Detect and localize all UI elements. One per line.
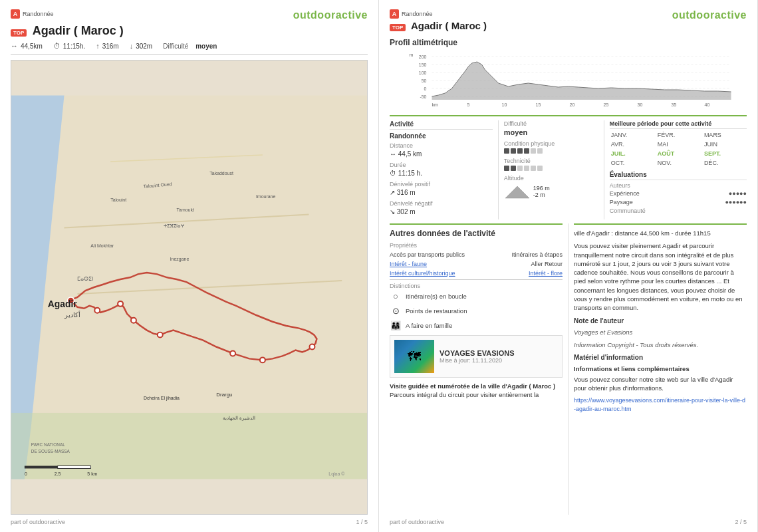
author-info: VOYAGES EVASIONS Mise à jour: 11.11.2020 xyxy=(440,349,558,364)
paysage-label: Paysage xyxy=(610,199,633,205)
duration-block: Durée ⏱ 11:15 h. xyxy=(390,162,493,177)
duration-label: Durée xyxy=(390,162,493,168)
distinctions-label: Distinctions xyxy=(390,283,563,289)
fauna-item: Intérêt - faune Aller Retour xyxy=(390,261,563,267)
top-badge-right: TOP xyxy=(390,24,406,31)
svg-text:Drargu: Drargu xyxy=(216,392,232,398)
svg-text:Agadir: Agadir xyxy=(48,299,78,309)
access-item: Accès par transports publics Itinéraires… xyxy=(390,251,563,258)
technique-label: Technicité xyxy=(504,158,598,164)
svg-text:Imourane: Imourane xyxy=(256,194,276,199)
svg-rect-29 xyxy=(58,466,91,468)
clock-icon: ⏱ xyxy=(53,42,61,50)
copyright: Information Copyright - Tous droits rése… xyxy=(574,340,747,349)
info-text: Vous pouvez consulter notre site web sur… xyxy=(574,375,747,393)
elevation-section: Profil altimétrique 200 150 100 50 0 -50… xyxy=(390,38,747,110)
svg-point-12 xyxy=(260,357,265,362)
ascent-label: Dénivelé positif xyxy=(390,181,493,188)
activity-type: Randonnée xyxy=(390,132,493,140)
author-image: 🗺 xyxy=(394,340,434,373)
descent-block: Dénivelé négatif ↘ 302 m xyxy=(390,200,493,215)
experience-row: Expérience ●●●●● xyxy=(610,190,747,197)
map-svg: Agadir أكادير Talouint Oued Takaddoust T… xyxy=(11,61,367,514)
svg-text:Talouint: Talouint xyxy=(110,198,126,202)
dist-icon: ⊙ xyxy=(390,305,402,317)
visite-text: Visite guidée et numérotée de la ville d… xyxy=(390,382,563,400)
stat-distance: ↔ 44,5km xyxy=(11,42,43,50)
distance-val: ↔ 44,5 km xyxy=(390,150,493,158)
paysage-row: Paysage ●●●●●● xyxy=(610,199,747,205)
tdot-3 xyxy=(517,166,523,171)
top-badge-left: TOP xyxy=(11,29,27,37)
access-row: Accès par transports publics Itinéraires… xyxy=(390,251,563,258)
svg-text:0: 0 xyxy=(424,86,427,91)
distance-label: Distance xyxy=(390,142,493,149)
dist-icon: 👨‍👩‍👧 xyxy=(390,319,402,331)
descent-value: 302m xyxy=(136,43,152,50)
brand-tag-label: Randonnée xyxy=(23,11,54,17)
fauna-row: Intérêt - faune Aller Retour xyxy=(390,261,563,267)
culture-row: Intérêt culturel/historique Intérêt - fl… xyxy=(390,270,563,277)
note-val: Voyages et Evasions xyxy=(574,328,747,336)
visite-text2: Parcours intégral du circuit pour visite… xyxy=(390,390,563,399)
svg-text:40: 40 xyxy=(705,102,710,107)
physical-block: Condition physique xyxy=(504,140,598,154)
distinctions-list: ○Itinéraire(s) en boucle⊙Points de resta… xyxy=(390,290,563,331)
bottom-left: Autres données de l'activité Propriétés … xyxy=(390,223,563,515)
svg-point-8 xyxy=(118,301,123,307)
experience-stars: ●●●●● xyxy=(729,190,747,197)
fauna-label: Intérêt - faune xyxy=(390,261,427,267)
svg-text:Inezgane: Inezgane xyxy=(170,257,190,262)
elevation-chart: 200 150 100 50 0 -50 m km 5 10 15 20 25 … xyxy=(390,50,747,110)
para1-text: Vous pouvez visiter pleinement Agadir et… xyxy=(574,241,747,312)
period-eval-column: Meilleure période pour cette activité JA… xyxy=(604,120,747,219)
dot-3 xyxy=(517,148,523,154)
svg-text:ⵎⴰⵙⵉⵏ: ⵎⴰⵙⵉⵏ xyxy=(77,276,93,282)
ascent-val: ↗ 316 m xyxy=(390,189,493,196)
right-text-section: ville d'Agadir : distance 44,500 km - du… xyxy=(574,223,747,413)
cal-month: NOV. xyxy=(656,159,700,167)
footer-right-1: 1 / 5 xyxy=(356,519,368,525)
dist-label: Points de restauration xyxy=(406,307,467,315)
url-text: https://www.voyagesevasions.com/itinerai… xyxy=(574,396,747,413)
dot-4 xyxy=(524,148,529,154)
steps-val: Itinéraires à étapes xyxy=(511,251,563,258)
materiel-label: Matériel d'information xyxy=(574,353,747,362)
activity-title-right: TOP Agadir ( Maroc ) xyxy=(390,20,487,31)
altitude-label: Altitude xyxy=(504,175,598,182)
altitude-values: 196 m -2 m xyxy=(533,185,550,198)
dist-label: A faire en famille xyxy=(406,322,452,329)
cal-month: AVR. xyxy=(610,140,654,148)
brand-name-left: outdooractive xyxy=(293,9,368,21)
diff-val: moyen xyxy=(504,128,598,136)
brand-tag: A Randonnée xyxy=(11,9,54,19)
activity-column: Activité Randonnée Distance ↔ 44,5 km Du… xyxy=(390,120,499,219)
svg-text:25: 25 xyxy=(604,102,609,107)
condition-column: Difficulté moyen Condition physique Tech… xyxy=(499,120,604,219)
svg-text:DE SOUSS-MASSA: DE SOUSS-MASSA xyxy=(31,449,70,454)
svg-text:Dcheira El jihadia: Dcheira El jihadia xyxy=(144,396,180,401)
best-period-title: Meilleure période pour cette activité xyxy=(610,120,747,129)
svg-point-13 xyxy=(309,344,315,350)
cal-month: JUIL. xyxy=(610,150,654,158)
footer-right-2: 2 / 5 xyxy=(735,519,747,525)
technique-dots xyxy=(504,166,598,171)
author-name: VOYAGES EVASIONS xyxy=(440,349,558,357)
tdot-5 xyxy=(531,166,536,171)
elevation-svg: 200 150 100 50 0 -50 m km 5 10 15 20 25 … xyxy=(390,50,747,110)
physical-dots xyxy=(504,148,598,154)
brand-name-right: outdooractive xyxy=(672,9,747,21)
brand-tag-label-2: Randonnée xyxy=(402,11,433,17)
distance-icon: ↔ xyxy=(11,42,18,50)
svg-text:5 km: 5 km xyxy=(87,471,97,476)
altitude-max: 196 m xyxy=(533,185,550,192)
autres-title: Autres données de l'activité xyxy=(390,229,563,238)
info-sections: Activité Randonnée Distance ↔ 44,5 km Du… xyxy=(390,115,747,219)
svg-text:150: 150 xyxy=(419,63,427,67)
distinction-item: ○Itinéraire(s) en boucle xyxy=(390,290,563,302)
duration-value: 11:15h. xyxy=(63,43,85,50)
difficulty-value: moyen xyxy=(195,43,217,50)
svg-text:Ali Mokhtar: Ali Mokhtar xyxy=(90,243,114,248)
best-period-section: Meilleure période pour cette activité JA… xyxy=(610,120,747,167)
svg-text:Lqlaa ©: Lqlaa © xyxy=(328,471,345,477)
